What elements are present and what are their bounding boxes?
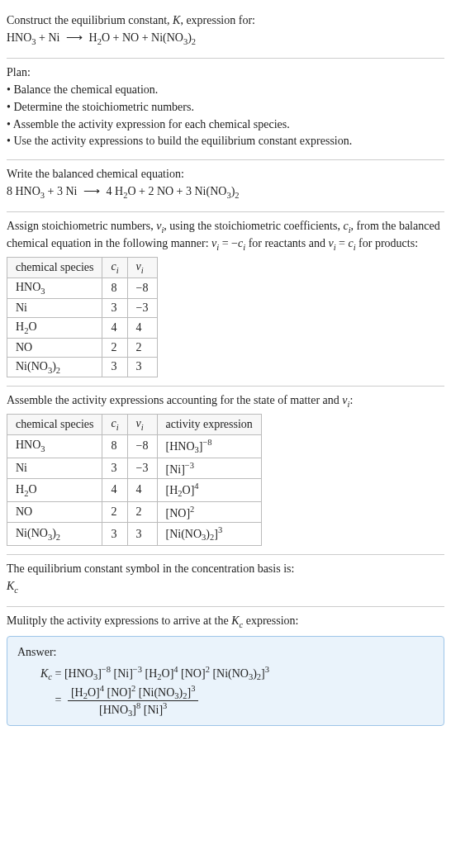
- col-ci: ci: [102, 415, 127, 435]
- plan-bullet-3: • Assemble the activity expression for e…: [7, 117, 444, 133]
- col-species: chemical species: [7, 258, 102, 278]
- answer-box: Answer: Kc = [HNO3]−8 [Ni]−3 [H2O]4 [NO]…: [7, 636, 444, 726]
- answer-line2: Kc = [H2O]4 [NO]2 [Ni(NO3)2]3 [HNO3]8 [N…: [40, 684, 434, 719]
- table-row: H2O 4 4: [7, 317, 158, 338]
- reactant-ni: Ni: [49, 31, 60, 44]
- plan-bullet-2: • Determine the stoichiometric numbers.: [7, 100, 444, 116]
- table-row: HNO3 8 −8: [7, 277, 158, 298]
- intro-text-post: , expression for:: [180, 14, 255, 26]
- fraction-numerator: [H2O]4 [NO]2 [Ni(NO3)2]3: [68, 684, 199, 700]
- intro-text-pre: Construct the equilibrium constant,: [7, 14, 173, 26]
- plan-section: Plan: • Balance the chemical equation. •…: [7, 59, 444, 160]
- balanced-heading: Write the balanced chemical equation:: [7, 167, 444, 183]
- fraction: [H2O]4 [NO]2 [Ni(NO3)2]3 [HNO3]8 [Ni]3: [68, 684, 199, 719]
- activity-section: Assemble the activity expressions accoun…: [7, 387, 444, 554]
- arrow-icon: ⟶: [63, 31, 86, 44]
- table-row: NO 2 2 [NO]2: [7, 501, 262, 523]
- intro-section: Construct the equilibrium constant, K, e…: [7, 7, 444, 59]
- plan-bullet-1: • Balance the chemical equation.: [7, 83, 444, 98]
- table-header-row: chemical species ci νi activity expressi…: [7, 415, 262, 435]
- assemble-text: Assemble the activity expressions accoun…: [7, 393, 444, 410]
- table-row: Ni 3 −3: [7, 298, 158, 317]
- K-symbol: K: [173, 14, 180, 26]
- answer-line1: Kc = [HNO3]−8 [Ni]−3 [H2O]4 [NO]2 [Ni(NO…: [40, 665, 434, 681]
- table-row: H2O 4 4 [H2O]4: [7, 479, 262, 501]
- assign-section: Assign stoichiometric numbers, νi, using…: [7, 212, 444, 387]
- table-row: Ni(NO3)2 3 3 [Ni(NO3)2]3: [7, 523, 262, 545]
- product-no: NO: [122, 31, 139, 44]
- multiply-text: Mulitply the activity expressions to arr…: [7, 614, 444, 631]
- activity-table: chemical species ci νi activity expressi…: [7, 414, 262, 545]
- arrow-icon: ⟶: [80, 185, 103, 197]
- kc-symbol-text: The equilibrium constant symbol in the c…: [7, 562, 444, 577]
- product-nino32: Ni(NO3)2: [151, 31, 196, 44]
- product-h2o: H2O: [89, 31, 111, 44]
- table-row: NO 2 2: [7, 338, 158, 357]
- col-activity: activity expression: [157, 415, 261, 435]
- table-header-row: chemical species ci νi: [7, 258, 158, 278]
- col-nui: νi: [127, 415, 157, 435]
- stoich-table: chemical species ci νi HNO3 8 −8 Ni 3 −3…: [7, 257, 158, 377]
- multiply-section: Mulitply the activity expressions to arr…: [7, 607, 444, 734]
- fraction-denominator: [HNO3]8 [Ni]3: [68, 700, 199, 718]
- col-species: chemical species: [7, 415, 102, 435]
- answer-label: Answer:: [17, 645, 434, 661]
- col-nui: νi: [127, 258, 157, 278]
- plan-heading: Plan:: [7, 65, 444, 81]
- col-ci: ci: [102, 258, 127, 278]
- answer-equation: Kc = [HNO3]−8 [Ni]−3 [H2O]4 [NO]2 [Ni(NO…: [17, 665, 434, 718]
- intro-line1: Construct the equilibrium constant, K, e…: [7, 13, 444, 29]
- assign-text: Assign stoichiometric numbers, νi, using…: [7, 219, 444, 254]
- balanced-equation: 8 HNO3 + 3 Ni ⟶ 4 H2O + 2 NO + 3 Ni(NO3)…: [7, 184, 444, 202]
- kc-symbol-section: The equilibrium constant symbol in the c…: [7, 555, 444, 607]
- balanced-section: Write the balanced chemical equation: 8 …: [7, 160, 444, 212]
- table-row: Ni(NO3)2 3 3: [7, 357, 158, 377]
- table-row: HNO3 8 −8 [HNO3]−8: [7, 435, 262, 458]
- intro-reaction: HNO3 + Ni ⟶ H2O + NO + Ni(NO3)2: [7, 31, 444, 48]
- kc-symbol: Kc: [7, 579, 444, 596]
- reactant-hno3: HNO3: [7, 31, 36, 44]
- plan-bullet-4: • Use the activity expressions to build …: [7, 134, 444, 149]
- table-row: Ni 3 −3 [Ni]−3: [7, 458, 262, 479]
